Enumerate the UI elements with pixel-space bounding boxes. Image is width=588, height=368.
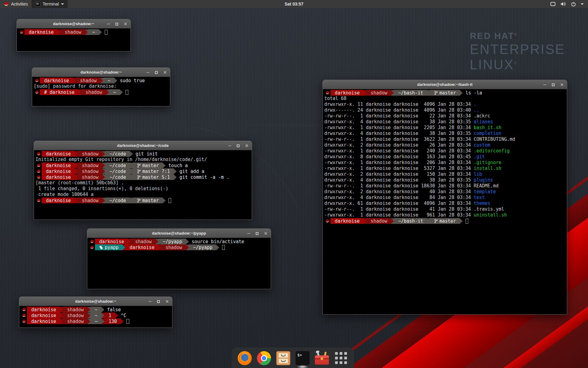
file-name: uninstall.sh [474,212,507,218]
terminal-prompt-line: pyappdarknoiseshadow~/pyapp [89,244,271,250]
minimize-button[interactable]: − [543,82,547,87]
system-status-area[interactable] [546,0,588,8]
terminal-output-line: 1 file changed, 0 insertions(+), 0 delet… [36,186,252,192]
powerline-separator [106,90,109,95]
terminal-icon[interactable]: $> [296,351,310,365]
terminal-output-line: -rw-rw-r--. 1 darknoise darknoise 22 Jan… [324,113,567,119]
minimize-button[interactable]: − [107,22,111,26]
close-button[interactable]: × [163,70,167,75]
terminal-content[interactable]: darknoiseshadow~/codegit initInitialized… [34,150,252,220]
terminal-output-line: drwxrwxr-x. 4 darknoise darknoise 38 Jan… [324,177,567,183]
maximize-icon [157,300,160,303]
close-button[interactable]: × [123,22,127,26]
window-titlebar[interactable]: darknoise@shadow:~ − × [32,68,170,77]
powerline-separator [130,174,133,180]
terminal-content[interactable]: darknoiseshadow~/bash-itmasterls -latota… [323,89,567,314]
focused-app-menu[interactable]: $> Terminal [32,0,68,8]
prompt-segment-host: shadow [131,239,155,244]
chrome-icon[interactable] [257,351,271,365]
terminal-output-line: drwxrwxr-x. 4 darknoise darknoise 84 Jan… [324,195,567,201]
file-attributes: drwx------. 24 darknoise darknoise 4096 … [324,107,474,113]
terminal-output-line: drwxrwxr-x. 4 darknoise darknoise 38 Jan… [324,119,567,125]
minimize-button[interactable]: − [148,299,152,304]
powerline-separator [114,78,117,83]
powerline-separator [186,239,189,244]
toolbox-icon[interactable] [315,351,329,365]
prompt-segment-path: ~ [109,89,120,95]
prompt-segment-path: ~/code [105,163,130,168]
terminal-window: darknoise@shadow:~ − × darknoiseshadow~s… [32,67,170,106]
redhat-prompt-icon [21,308,27,312]
window-titlebar[interactable]: darknoise@shadow:~/pyapp − × [87,229,271,238]
close-button[interactable]: × [560,82,564,87]
file-attributes: drwxrwxr-x. 2 darknoise darknoise 26 Jan… [324,142,474,148]
close-button[interactable]: × [165,299,169,304]
minimize-button[interactable]: − [247,231,251,236]
window-titlebar[interactable]: darknoise@shadow:~/bash-it − × [323,80,567,89]
firefox-icon[interactable] [238,351,252,365]
command-text: git add a [179,169,204,174]
window-titlebar[interactable]: darknoise@shadow:~ − × [17,19,130,29]
terminal-window: darknoise@shadow:~/pyapp − × darknoisesh… [87,228,271,289]
terminal-content[interactable]: darknoiseshadow~sudo true[sudo] password… [32,77,170,106]
prompt-segment-host: shadow [60,29,85,35]
prompt-segment-host: shadow [77,151,102,157]
dock: $> [232,348,354,368]
maximize-button[interactable] [115,22,118,26]
activities-button[interactable]: Activities [0,0,32,8]
maximize-button[interactable] [256,231,258,236]
window-titlebar[interactable]: darknoise@shadow:~/code − × [34,141,252,150]
chevron-down-icon [61,3,64,5]
file-attributes: -rw-rw-r--. 1 darknoise darknoise 3622 J… [324,136,474,142]
terminal-output-line: -rwxrwxr-x. 1 darknoise darknoise 5327 J… [324,166,567,171]
file-attributes: drwxrwxr-x. 4 darknoise darknoise 38 Jan… [324,119,474,125]
prompt-segment-host: shadow [77,163,102,168]
file-attributes: -rw-rw-r--. 1 darknoise darknoise 22 Jan… [324,113,474,119]
clock[interactable]: Sat 03:57 [0,2,588,6]
files-icon[interactable] [276,351,290,365]
prompt-segment-exit: 130 [104,318,121,324]
terminal-content[interactable]: darknoiseshadow~ [17,29,130,51]
maximize-button[interactable] [552,82,555,87]
redhat-prompt-icon [18,30,24,34]
prompt-segment-user: darknoise [330,90,363,96]
powerline-separator [99,29,102,35]
prompt-segment-host: shadow [77,197,102,203]
maximize-button[interactable] [237,144,239,148]
powerline-separator [121,319,124,324]
file-name: completion [474,131,501,136]
app-grid-icon[interactable] [334,351,348,365]
window-title: darknoise@shadow:~/code [117,143,168,148]
prompt-segment-path: ~/code [105,151,130,157]
maximize-button[interactable] [157,299,160,304]
powerline-separator [60,319,63,324]
terminal-cursor [466,219,468,224]
file-name: custom [474,142,490,148]
terminal-window: darknoise@shadow:~/bash-it − × darknoise… [322,80,567,315]
prompt-segment-user: darknoise [42,197,74,203]
terminal-content[interactable]: darknoiseshadow~/pyappsource bin/activat… [87,238,271,289]
close-button[interactable]: × [245,144,249,148]
terminal-content[interactable]: darknoiseshadow~falsedarknoiseshadow~1^C… [19,306,172,328]
git-branch-icon [434,91,438,95]
maximize-button[interactable] [155,70,158,75]
close-button[interactable]: × [264,231,268,236]
file-attributes: -rwxrwxr-x. 1 darknoise darknoise 240 Ja… [324,148,474,154]
minimize-button[interactable]: − [146,70,150,75]
command-text: git commit -a -m . [179,174,229,180]
terminal-output-line: Initialized empty Git repository in /hom… [36,157,252,163]
prompt-segment-user: darknoise [42,163,74,168]
window-titlebar[interactable]: darknoise@shadow:~ − × [19,297,172,306]
redhat-icon [4,2,9,6]
prompt-segment-path: ~/bash-it [394,218,427,224]
powerline-separator [155,239,158,244]
redhat-prompt-icon [36,175,42,179]
minimize-button[interactable]: − [228,144,232,148]
file-name: bash_it.sh [474,125,501,130]
powerline-separator [102,169,105,174]
prompt-segment-user: darknoise [40,78,73,83]
terminal-output-line: drwxrwxr-x. 8 darknoise darknoise 163 Ja… [324,154,567,160]
terminal-output-line: -rw-rw-r--. 1 darknoise darknoise 41 Jan… [324,206,567,212]
powerline-separator [186,245,189,250]
file-attributes: -rwxrwxr-x. 1 darknoise darknoise 961 Ja… [324,212,474,218]
